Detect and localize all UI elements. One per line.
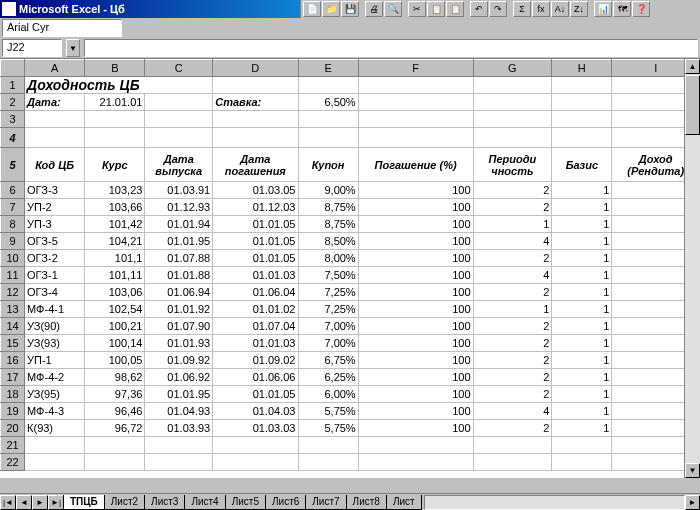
row-header-6[interactable]: 6: [1, 182, 25, 199]
cell-issue[interactable]: 01.01.95: [145, 233, 213, 250]
cell[interactable]: [298, 454, 358, 471]
cell-redemption[interactable]: 100: [358, 233, 473, 250]
cell-code[interactable]: УЗ(95): [25, 386, 85, 403]
cell-price[interactable]: 101,1: [85, 250, 145, 267]
cell-code[interactable]: УП-3: [25, 216, 85, 233]
toolbar-btn[interactable]: ↷: [489, 1, 507, 17]
row-header-14[interactable]: 14: [1, 318, 25, 335]
toolbar-btn[interactable]: 💾: [341, 1, 359, 17]
cell-redemption[interactable]: 100: [358, 386, 473, 403]
cell-price[interactable]: 98,62: [85, 369, 145, 386]
cell[interactable]: [298, 111, 358, 128]
row-header-22[interactable]: 22: [1, 454, 25, 471]
cell-basis[interactable]: 1: [552, 284, 612, 301]
cell[interactable]: [298, 128, 358, 148]
cell[interactable]: [473, 454, 552, 471]
cell[interactable]: [145, 111, 213, 128]
cell-issue[interactable]: 01.03.91: [145, 182, 213, 199]
cell-issue[interactable]: 01.01.93: [145, 335, 213, 352]
col-header-C[interactable]: C: [145, 60, 213, 77]
row-header-16[interactable]: 16: [1, 352, 25, 369]
cell[interactable]: [473, 94, 552, 111]
sheet-tab[interactable]: Лист: [386, 495, 422, 510]
cell[interactable]: [552, 77, 612, 94]
cell-price[interactable]: 96,72: [85, 420, 145, 437]
cell-redemption[interactable]: 100: [358, 352, 473, 369]
cell-coupon[interactable]: 8,75%: [298, 216, 358, 233]
cell-code[interactable]: ОГЗ-4: [25, 284, 85, 301]
hdr-coupon[interactable]: Купон: [298, 148, 358, 182]
cell-price[interactable]: 100,14: [85, 335, 145, 352]
cell-basis[interactable]: 1: [552, 352, 612, 369]
cell[interactable]: [298, 77, 358, 94]
tab-nav-prev-icon[interactable]: ◄: [16, 495, 32, 510]
cell-coupon[interactable]: 8,50%: [298, 233, 358, 250]
formula-bar[interactable]: [84, 39, 698, 57]
cell-code[interactable]: МФ-4-3: [25, 403, 85, 420]
cell-coupon[interactable]: 7,50%: [298, 267, 358, 284]
scroll-down-icon[interactable]: ▼: [685, 463, 700, 478]
cell-code[interactable]: ОГЗ-5: [25, 233, 85, 250]
scroll-thumb[interactable]: [685, 75, 700, 135]
row-header-17[interactable]: 17: [1, 369, 25, 386]
cell-maturity[interactable]: 01.01.03: [213, 267, 298, 284]
sheet-tab[interactable]: Лист8: [346, 495, 387, 510]
tab-nav-next-icon[interactable]: ►: [32, 495, 48, 510]
cell[interactable]: [358, 437, 473, 454]
cell-coupon[interactable]: 7,25%: [298, 284, 358, 301]
toolbar-btn[interactable]: Z↓: [570, 1, 588, 17]
cell-redemption[interactable]: 100: [358, 301, 473, 318]
cell-maturity[interactable]: 01.03.05: [213, 182, 298, 199]
name-box-dropdown[interactable]: ▼: [66, 39, 80, 57]
cell-freq[interactable]: 2: [473, 284, 552, 301]
cell-maturity[interactable]: 01.01.03: [213, 335, 298, 352]
cell-basis[interactable]: 1: [552, 403, 612, 420]
cell-code[interactable]: ОГЗ-2: [25, 250, 85, 267]
toolbar-btn[interactable]: 🖨: [365, 1, 383, 17]
cell-freq[interactable]: 2: [473, 182, 552, 199]
cell-coupon[interactable]: 7,25%: [298, 301, 358, 318]
horizontal-scrollbar-track[interactable]: [424, 495, 685, 510]
cell-issue[interactable]: 01.03.93: [145, 420, 213, 437]
cell[interactable]: [145, 128, 213, 148]
cell[interactable]: [552, 94, 612, 111]
hdr-price[interactable]: Курс: [85, 148, 145, 182]
cell-freq[interactable]: 2: [473, 420, 552, 437]
cell-maturity[interactable]: 01.01.02: [213, 301, 298, 318]
rate-label[interactable]: Ставка:: [213, 94, 298, 111]
cell-issue[interactable]: 01.07.90: [145, 318, 213, 335]
toolbar-btn[interactable]: ❓: [632, 1, 650, 17]
row-header-8[interactable]: 8: [1, 216, 25, 233]
cell-basis[interactable]: 1: [552, 199, 612, 216]
cell-redemption[interactable]: 100: [358, 284, 473, 301]
col-header-B[interactable]: B: [85, 60, 145, 77]
sheet-tab[interactable]: Лист2: [104, 495, 145, 510]
cell-maturity[interactable]: 01.06.04: [213, 284, 298, 301]
cell-freq[interactable]: 2: [473, 250, 552, 267]
hdr-basis[interactable]: Базис: [552, 148, 612, 182]
toolbar-btn[interactable]: fx: [532, 1, 550, 17]
cell-maturity[interactable]: 01.04.03: [213, 403, 298, 420]
cell-code[interactable]: МФ-4-2: [25, 369, 85, 386]
vertical-scrollbar[interactable]: ▲ ▼: [684, 59, 700, 478]
cell-issue[interactable]: 01.06.94: [145, 284, 213, 301]
col-header-F[interactable]: F: [358, 60, 473, 77]
cell-coupon[interactable]: 7,00%: [298, 318, 358, 335]
toolbar-btn[interactable]: 📋: [446, 1, 464, 17]
cell-redemption[interactable]: 100: [358, 335, 473, 352]
cell-coupon[interactable]: 6,00%: [298, 386, 358, 403]
cell-price[interactable]: 101,42: [85, 216, 145, 233]
hdr-issue[interactable]: Датавыпуска: [145, 148, 213, 182]
toolbar-btn[interactable]: Σ: [513, 1, 531, 17]
row-header-19[interactable]: 19: [1, 403, 25, 420]
cell-code[interactable]: УЗ(93): [25, 335, 85, 352]
cell-coupon[interactable]: 8,75%: [298, 199, 358, 216]
toolbar-btn[interactable]: 📊: [594, 1, 612, 17]
cell-price[interactable]: 102,54: [85, 301, 145, 318]
cell-maturity[interactable]: 01.09.02: [213, 352, 298, 369]
cell[interactable]: [25, 128, 85, 148]
cell[interactable]: [552, 454, 612, 471]
toolbar-btn[interactable]: A↓: [551, 1, 569, 17]
cell-basis[interactable]: 1: [552, 267, 612, 284]
cell-redemption[interactable]: 100: [358, 182, 473, 199]
